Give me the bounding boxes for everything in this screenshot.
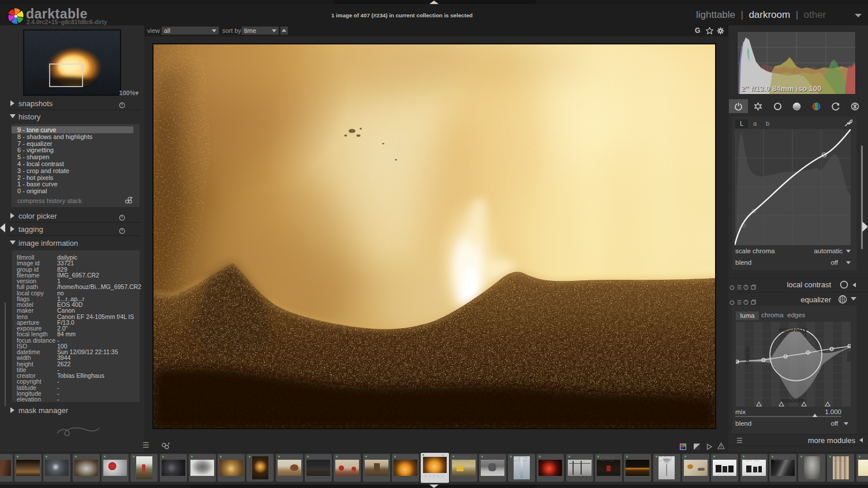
svg-text:2″ f/13.0 84mm iso 100: 2″ f/13.0 84mm iso 100 [741,84,821,93]
svg-text:coarse: coarse [744,346,750,365]
svg-text:contrasty: contrasty [779,326,807,333]
svg-text:smooth: smooth [781,397,805,404]
svg-text:fine: fine [846,351,851,362]
